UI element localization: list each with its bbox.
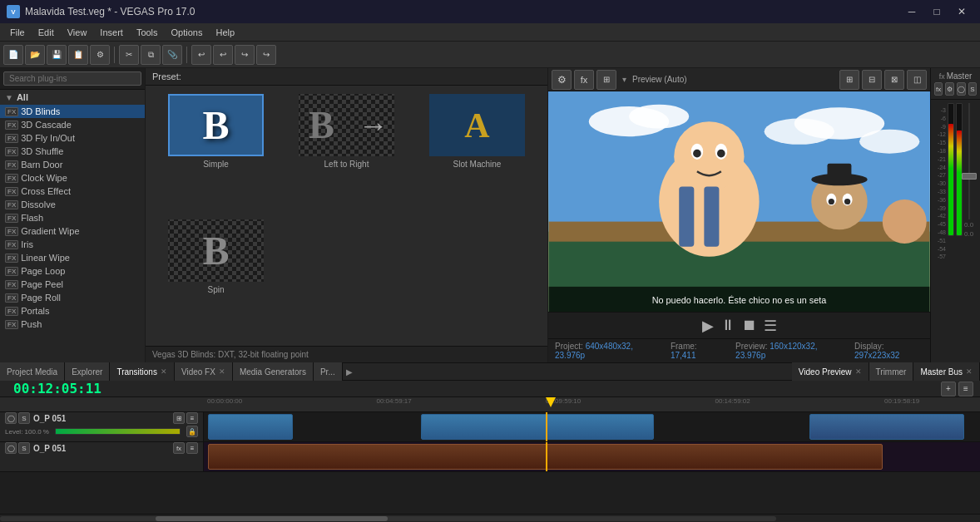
- undo-button[interactable]: ↩: [191, 45, 211, 65]
- preview-settings-button[interactable]: ⚙: [552, 70, 572, 90]
- tab-project-media[interactable]: Project Media: [0, 362, 65, 381]
- menu-options[interactable]: Options: [165, 26, 210, 39]
- tab-close-master[interactable]: ✕: [966, 367, 973, 376]
- minimize-button[interactable]: ─: [900, 3, 923, 20]
- level-bar-container[interactable]: [55, 428, 181, 435]
- tab-mediagen[interactable]: Media Generators: [233, 362, 314, 381]
- menu-button[interactable]: ☰: [764, 317, 777, 335]
- new-button[interactable]: 📄: [3, 45, 23, 65]
- paste-button[interactable]: 📎: [162, 45, 182, 65]
- menu-insert[interactable]: Insert: [93, 26, 130, 39]
- preset-thumb-spin[interactable]: B: [168, 219, 264, 282]
- preset-spin[interactable]: B Spin: [154, 219, 278, 338]
- mixer-fx-btn[interactable]: fx: [934, 82, 943, 96]
- clip-3[interactable]: [809, 414, 965, 441]
- track-content-2[interactable]: [204, 442, 980, 471]
- track-mute-btn-2[interactable]: ◯: [5, 442, 17, 454]
- copy-button[interactable]: ⧉: [141, 45, 161, 65]
- stop-button[interactable]: ⏹: [742, 317, 757, 334]
- preview-split-button[interactable]: ⊞: [596, 70, 616, 90]
- pause-button[interactable]: ⏸: [720, 317, 735, 334]
- tab-pr[interactable]: Pr...: [314, 362, 343, 381]
- tab-video-preview[interactable]: Video Preview ✕: [792, 362, 869, 381]
- preview-fx-button[interactable]: fx: [574, 70, 594, 90]
- track-mute-btn[interactable]: ◯: [5, 412, 17, 424]
- tab-master-bus[interactable]: Master Bus ✕: [913, 362, 980, 381]
- mixer-mute-btn[interactable]: ◯: [957, 82, 966, 96]
- play-button[interactable]: ▶: [702, 317, 714, 335]
- plugin-item-pageloop[interactable]: FX Page Loop: [0, 264, 145, 278]
- timeline-scrollbar[interactable]: [0, 514, 980, 522]
- track-menu-btn-2[interactable]: ≡: [186, 442, 198, 454]
- save-button[interactable]: 💾: [47, 45, 67, 65]
- plugin-item-gradientwipe[interactable]: FX Gradient Wipe: [0, 224, 145, 238]
- open-button[interactable]: 📂: [25, 45, 45, 65]
- save-as-button[interactable]: 📋: [68, 45, 88, 65]
- fader-knob[interactable]: [962, 173, 977, 180]
- mixer-solo-btn[interactable]: S: [968, 82, 977, 96]
- preset-thumb-ltr[interactable]: B →: [299, 94, 394, 156]
- preview-snap-button[interactable]: ◫: [907, 70, 927, 90]
- frame-info: Frame: 17,411: [671, 342, 719, 360]
- plugin-item-pagepeel[interactable]: FX Page Peel: [0, 278, 145, 291]
- undo2-button[interactable]: ↩: [213, 45, 233, 65]
- clip-1[interactable]: [208, 414, 294, 441]
- redo2-button[interactable]: ↪: [256, 45, 276, 65]
- track-solo-btn-2[interactable]: S: [18, 442, 30, 454]
- tab-trimmer[interactable]: Trimmer: [869, 362, 914, 381]
- plugin-item-push[interactable]: FX Push: [0, 318, 145, 331]
- close-button[interactable]: ✕: [950, 3, 973, 20]
- menu-file[interactable]: File: [3, 26, 32, 39]
- menu-view[interactable]: View: [61, 26, 94, 39]
- tab-close-videofx[interactable]: ✕: [219, 367, 225, 376]
- scroll-track[interactable]: [0, 516, 776, 521]
- menu-help[interactable]: Help: [209, 26, 241, 39]
- preset-ltr[interactable]: B → Left to Right: [285, 94, 408, 213]
- clip-2[interactable]: [421, 414, 654, 441]
- plugin-item-3dblinds[interactable]: FX 3D Blinds: [0, 105, 145, 118]
- track-fx-btn-2[interactable]: fx: [173, 442, 185, 454]
- plugin-item-clockwipe[interactable]: FX Clock Wipe: [0, 171, 145, 185]
- tab-explorer[interactable]: Explorer: [65, 362, 110, 381]
- preview-grid-button[interactable]: ⊞: [839, 70, 859, 90]
- plugin-item-pageroll[interactable]: FX Page Roll: [0, 291, 145, 304]
- mixer-gear-btn[interactable]: ⚙: [945, 82, 953, 96]
- plugin-item-dissolve[interactable]: FX Dissolve: [0, 198, 145, 211]
- plugin-item-flash[interactable]: FX Flash: [0, 211, 145, 224]
- menu-edit[interactable]: Edit: [32, 26, 61, 39]
- tab-more-button[interactable]: ▶: [343, 362, 356, 381]
- scroll-thumb[interactable]: [156, 516, 389, 521]
- plugin-item-3dflyinout[interactable]: FX 3D Fly In/Out: [0, 131, 145, 145]
- preset-thumb-simple[interactable]: B: [168, 94, 264, 156]
- search-input[interactable]: [3, 71, 141, 86]
- maximize-button[interactable]: □: [925, 3, 948, 20]
- properties-button[interactable]: ⚙: [90, 45, 110, 65]
- plugin-item-linearwipe[interactable]: FX Linear Wipe: [0, 251, 145, 264]
- preset-slot[interactable]: A Slot Machine: [415, 94, 539, 213]
- plugin-item-portals[interactable]: FX Portals: [0, 304, 145, 318]
- preview-ext-button[interactable]: ⊠: [884, 70, 904, 90]
- redo-button[interactable]: ↪: [235, 45, 255, 65]
- preset-simple[interactable]: B Simple: [154, 94, 278, 213]
- tab-close-transitions[interactable]: ✕: [161, 367, 167, 376]
- timeline-zoom-in[interactable]: +: [941, 382, 956, 396]
- menu-tools[interactable]: Tools: [130, 26, 165, 39]
- plugin-tree-list[interactable]: FX 3D Blinds FX 3D Cascade FX 3D Fly In/…: [0, 105, 145, 362]
- plugin-item-3dcascade[interactable]: FX 3D Cascade: [0, 118, 145, 131]
- track-lock-btn[interactable]: ≡: [186, 412, 198, 424]
- plugin-item-barndoor[interactable]: FX Barn Door: [0, 158, 145, 171]
- track-content-1[interactable]: [204, 412, 980, 441]
- plugin-item-3dshuffle[interactable]: FX 3D Shuffle: [0, 145, 145, 158]
- preset-thumb-slot[interactable]: A: [429, 94, 525, 156]
- preview-zoom-button[interactable]: ⊟: [862, 70, 882, 90]
- level-lock[interactable]: 🔒: [186, 426, 198, 437]
- cut-button[interactable]: ✂: [119, 45, 139, 65]
- tab-videofx[interactable]: Video FX ✕: [175, 362, 233, 381]
- plugin-item-crosseffect[interactable]: FX Cross Effect: [0, 185, 145, 198]
- tab-close-preview[interactable]: ✕: [855, 367, 862, 376]
- plugin-item-iris[interactable]: FX Iris: [0, 238, 145, 251]
- track-solo-btn[interactable]: S: [18, 412, 30, 424]
- track-expand-btn[interactable]: ⊞: [173, 412, 185, 424]
- tab-transitions[interactable]: Transitions ✕: [110, 362, 175, 381]
- timeline-track-add[interactable]: ≡: [958, 382, 973, 396]
